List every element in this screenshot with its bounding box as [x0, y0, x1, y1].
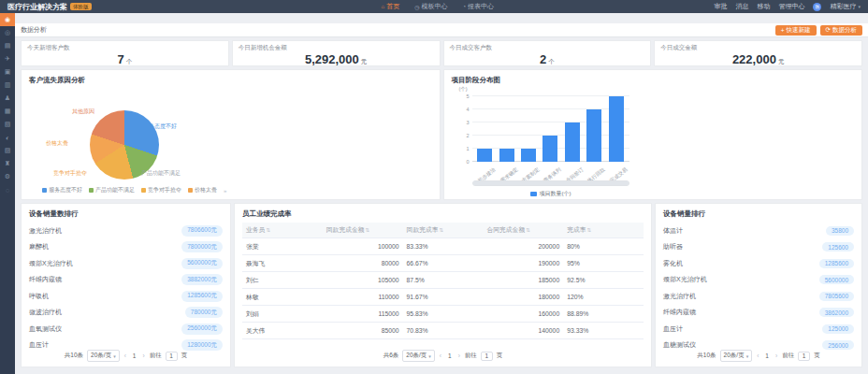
legend-more-arrow[interactable]: »: [224, 188, 226, 194]
table-row: 吴大伟8500070.83%14000093.33%: [242, 323, 644, 339]
kpi-unit: 元: [778, 58, 785, 65]
data-analysis-button[interactable]: ⟳数据分析: [820, 25, 862, 36]
y-tick-label: 5: [466, 94, 469, 99]
goto-page-input[interactable]: [798, 352, 810, 361]
churn-reason-panel: 客户流失原因分析 其他原因服务态度不好产品功能不满足竞争对手抢夺价格太贵 服务态…: [21, 69, 441, 200]
column-header[interactable]: 回款完成率⇅: [403, 223, 484, 238]
quick-create-button[interactable]: +快速新建: [775, 25, 817, 36]
chart-scrollbar[interactable]: [472, 180, 629, 186]
bar[interactable]: [586, 109, 601, 162]
menu-item-messages[interactable]: 消息: [735, 2, 748, 11]
bar[interactable]: [477, 149, 492, 162]
kpi-label: 今日成交金额: [660, 44, 856, 52]
page-size-select[interactable]: 20条/页▾: [87, 350, 120, 362]
sidebar-item-campaign[interactable]: ✈: [0, 52, 15, 65]
device-name: 血压计: [29, 340, 49, 350]
page-size-select[interactable]: 20条/页▾: [720, 350, 753, 362]
goto-page-input[interactable]: [166, 352, 178, 361]
sidebar-item-settings[interactable]: ⚙: [0, 170, 15, 183]
bar[interactable]: [542, 136, 557, 162]
bar-legend-label: 项目数量(个): [540, 190, 571, 198]
button-label: 快速新建: [787, 26, 811, 35]
pie-slice-label: 产品功能不满足: [141, 169, 181, 178]
next-page-button[interactable]: ›: [457, 352, 461, 359]
bar[interactable]: [609, 96, 624, 162]
pie-legend-item[interactable]: 服务态度不好: [42, 186, 82, 194]
prev-page-button[interactable]: ‹: [756, 352, 760, 359]
table-panel-title: 员工业绩完成率: [242, 209, 644, 219]
goto-page-input[interactable]: [481, 352, 493, 361]
campaign-icon: ✈: [5, 55, 10, 63]
sidebar-item-team[interactable]: ▦: [0, 105, 15, 118]
table-cell: 88.89%: [563, 306, 644, 323]
legend-label: 价格太贵: [195, 186, 217, 194]
button-label: 数据分析: [832, 26, 857, 35]
sort-icon[interactable]: ⇅: [266, 227, 270, 233]
sidebar-item-customers[interactable]: ▤: [0, 39, 15, 52]
goto-label: 前往: [465, 352, 477, 360]
bar-legend[interactable]: 项目数量(个): [472, 190, 629, 198]
bottom-row: 设备销量数排行 激光治疗机7806600元麻醉机7800000元颈部X光治疗机5…: [21, 203, 862, 367]
list-item: 呼吸机1285600元: [22, 288, 230, 305]
sort-icon[interactable]: ⇅: [587, 227, 592, 233]
nav-item-home[interactable]: ⌂首页: [382, 2, 400, 11]
pie-legend-item[interactable]: 产品功能不满足: [89, 186, 135, 194]
x-tick: 执行回款: [586, 163, 601, 169]
value-badge: 7806600元: [181, 225, 223, 237]
prev-page-button[interactable]: ‹: [123, 352, 127, 359]
current-page[interactable]: 1: [763, 352, 771, 359]
rank-right-title: 设备销量排行: [663, 209, 854, 219]
goto-label: 前往: [782, 352, 794, 360]
sort-icon[interactable]: ⇅: [440, 227, 444, 233]
column-header[interactable]: 回款完成金额⇅: [323, 223, 403, 238]
device-name: 呼吸机: [29, 292, 49, 301]
menu-item-mobile[interactable]: 移动: [757, 2, 770, 11]
current-page[interactable]: 1: [446, 352, 454, 359]
table-cell: 200000: [483, 238, 563, 255]
bar[interactable]: [565, 122, 580, 162]
next-page-button[interactable]: ›: [141, 352, 145, 359]
kpi-card-2: 今日成交客户数2个: [443, 40, 652, 66]
kpi-number: 2: [540, 52, 546, 66]
sidebar-item-org[interactable]: ♜: [0, 157, 15, 170]
y-tick-label: 0: [466, 159, 469, 165]
pie-legend-item[interactable]: 价格太贵: [188, 186, 217, 194]
bar[interactable]: [521, 149, 536, 162]
sidebar-item-more[interactable]: ◌: [0, 183, 15, 196]
column-header[interactable]: 完成率⇅: [563, 223, 644, 238]
nav-item-template-center[interactable]: ◷模板中心: [414, 2, 447, 11]
sidebar-item-dashboard[interactable]: ◉: [0, 13, 15, 26]
sidebar-item-contacts[interactable]: ♟: [0, 92, 15, 105]
sidebar-item-archive[interactable]: ▨: [0, 144, 15, 157]
sidebar-item-monitor[interactable]: ▧: [0, 118, 15, 131]
column-header[interactable]: 业务员⇅: [242, 223, 323, 238]
sidebar-item-schedule[interactable]: ◐: [0, 131, 15, 144]
table-cell: 87.5%: [403, 272, 484, 289]
nav-item-label: 报表中心: [468, 2, 494, 11]
user-avatar[interactable]: 医: [813, 3, 821, 11]
sidebar-item-documents[interactable]: ▥: [0, 79, 15, 92]
pie-legend-item[interactable]: 竞争对手抢夺: [141, 186, 181, 194]
sidebar-item-crm[interactable]: ◎: [0, 26, 15, 39]
column-header-label: 回款完成率: [407, 226, 439, 233]
nav-item-report-center[interactable]: ◔报表中心: [462, 2, 494, 11]
column-header[interactable]: 合同完成金额⇅: [483, 223, 563, 238]
sort-icon[interactable]: ⇅: [366, 227, 370, 233]
menu-item-admin-center[interactable]: 管理中心: [778, 2, 804, 11]
next-page-button[interactable]: ›: [774, 352, 778, 359]
kpi-unit: 个: [126, 58, 133, 65]
current-page[interactable]: 1: [131, 352, 138, 359]
menu-item-approval[interactable]: 审批: [714, 2, 727, 11]
bar-legend-swatch: [530, 192, 537, 196]
scrollbar-handle[interactable]: [473, 181, 629, 185]
bar-chart: 012345: [472, 96, 629, 162]
page-size-select[interactable]: 20条/页▾: [402, 350, 435, 362]
prev-page-button[interactable]: ‹: [439, 352, 442, 359]
y-tick-label: 4: [466, 107, 469, 112]
sort-icon[interactable]: ⇅: [526, 227, 530, 233]
user-name[interactable]: 精彩医疗▾: [830, 2, 861, 11]
sidebar-item-gallery[interactable]: ▣: [0, 65, 15, 79]
tab-data-analysis[interactable]: 数据分析: [21, 25, 47, 35]
bar[interactable]: [499, 149, 514, 162]
table-cell: 100000: [323, 238, 403, 255]
